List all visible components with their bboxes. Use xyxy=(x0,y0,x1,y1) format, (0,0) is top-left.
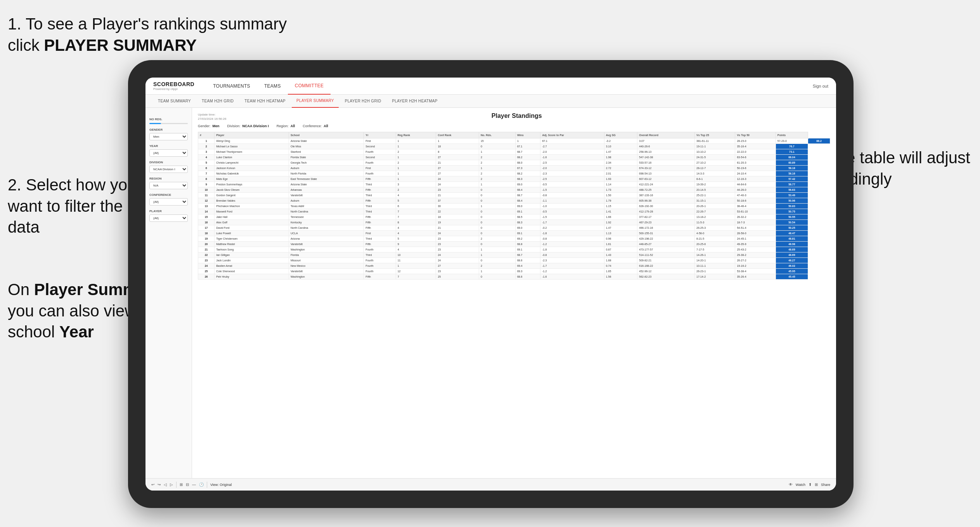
table-row: 10Jacob Skov OlesenArkansasFifth223068.4… xyxy=(198,187,830,193)
sub-nav-team-h2h-heatmap[interactable]: TEAM H2H HEATMAP xyxy=(240,95,290,108)
sub-nav-player-summary[interactable]: PLAYER SUMMARY xyxy=(292,95,339,108)
table-row: 14Maxwell FordNorth CarolinaThird722069.… xyxy=(198,209,830,214)
no-rds-label: No Rds. xyxy=(149,117,188,121)
rank-cell: 14 xyxy=(198,209,215,214)
undo-icon[interactable]: ↩ xyxy=(151,482,154,487)
nav-item-tournaments[interactable]: TOURNAMENTS xyxy=(206,78,257,95)
points-cell: 50.55 xyxy=(776,214,808,220)
rank-cell: 11 xyxy=(198,193,215,198)
forward-icon[interactable]: ▷ xyxy=(170,482,173,487)
division-select[interactable]: NCAA Division I xyxy=(149,166,188,173)
col-school: School xyxy=(289,132,364,138)
table-header-row: # Player School Yr Reg Rank Conf Rank No… xyxy=(198,132,830,138)
points-cell: 88.2 xyxy=(808,138,830,144)
points-cell: 48.27 xyxy=(776,258,808,263)
player-label: Player xyxy=(149,209,188,213)
points-cell: 50.54 xyxy=(776,220,808,225)
table-row: 18Luke PowellUCLAFirst424069.1-1.81.1350… xyxy=(198,231,830,236)
rank-cell: 9 xyxy=(198,182,215,187)
points-cell: 45.45 xyxy=(776,274,808,280)
copy-icon[interactable]: ⊞ xyxy=(180,482,183,487)
nav-item-teams[interactable]: TEAMS xyxy=(257,78,288,95)
filter-division: Division: NCAA Division I xyxy=(227,124,269,128)
table-row: 21Taehoon SongWashingtonFourth423169.1-1… xyxy=(198,247,830,252)
table-area: Update time: 27/03/2024 16:56:26 Player … xyxy=(192,108,836,478)
division-label: Division xyxy=(149,161,188,164)
conference-label: Conference xyxy=(149,193,188,197)
sub-navbar: TEAM SUMMARY TEAM H2H GRID TEAM H2H HEAT… xyxy=(145,95,836,108)
table-row: 11Gordon SargentVanderbiltThird421068.7-… xyxy=(198,193,830,198)
back-icon[interactable]: ◁ xyxy=(164,482,167,487)
sub-nav-player-h2h-heatmap[interactable]: PLAYER H2H HEATMAP xyxy=(388,95,442,108)
rank-cell: 8 xyxy=(198,176,215,182)
sub-nav-team-summary[interactable]: TEAM SUMMARY xyxy=(153,95,196,108)
table-header-section: Update time: 27/03/2024 16:56:26 Player … xyxy=(198,112,830,121)
region-select[interactable]: N/A xyxy=(149,182,188,189)
sub-nav-player-h2h-grid[interactable]: PLAYER H2H GRID xyxy=(340,95,386,108)
table-row: 7Nicholas GabrelcikNorth FloridaFourth12… xyxy=(198,171,830,176)
gender-select[interactable]: Men xyxy=(149,133,188,140)
table-row: 12Brendan ValdesAuburnFifth537068.4-1.11… xyxy=(198,198,830,204)
rank-cell: 12 xyxy=(198,198,215,204)
nav-items: TOURNAMENTS TEAMS COMMITTEE xyxy=(206,78,813,95)
annotation-4-bold2: Year xyxy=(59,323,94,341)
rank-cell: 25 xyxy=(198,269,215,274)
navbar: SCOREBOARD Powered by clippi TOURNAMENTS… xyxy=(145,78,836,95)
rank-cell: 18 xyxy=(198,231,215,236)
update-time: Update time: 27/03/2024 16:56:26 xyxy=(198,112,226,121)
points-cell: 73.1 xyxy=(776,149,808,155)
col-avg-sg: Avg SG xyxy=(604,132,637,138)
no-rds-slider[interactable] xyxy=(149,123,188,124)
rank-cell: 17 xyxy=(198,225,215,231)
sub-nav-team-h2h-grid[interactable]: TEAM H2H GRID xyxy=(197,95,238,108)
player-select[interactable]: (All) xyxy=(149,214,188,222)
table-row: 9Preston SummerhaysArizona StateThird324… xyxy=(198,182,830,187)
points-cell: 48.47 xyxy=(776,231,808,236)
col-rank: # xyxy=(198,132,215,138)
rank-cell: 3 xyxy=(198,149,215,155)
toolbar-sep-1 xyxy=(176,482,177,488)
table-title: Player Standings xyxy=(492,112,542,119)
points-cell: 50.96 xyxy=(776,198,808,204)
rank-cell: 1 xyxy=(198,138,215,144)
tablet-device: SCOREBOARD Powered by clippi TOURNAMENTS… xyxy=(128,60,854,508)
rank-cell: 23 xyxy=(198,258,215,263)
grid-icon[interactable]: ⊞ xyxy=(815,482,818,487)
rank-cell: 22 xyxy=(198,252,215,258)
points-cell: 76.7 xyxy=(776,144,808,149)
table-row: 16Alex GoffKentuckyFifth819068.3-1.71.92… xyxy=(198,220,830,225)
view-original-label[interactable]: View: Original xyxy=(210,483,232,487)
share-label[interactable]: Share xyxy=(821,483,830,487)
table-row: 26Petr HrubyWashingtonFifth725068.6-1.61… xyxy=(198,274,830,280)
logo-sub: Powered by clippi xyxy=(153,87,194,91)
table-row: 17David FordNorth CarolinaFifth421069.0-… xyxy=(198,225,830,231)
nav-item-committee[interactable]: COMMITTEE xyxy=(288,78,331,95)
col-reg-rank: Reg Rank xyxy=(396,132,436,138)
rank-cell: 2 xyxy=(198,144,215,149)
dash-icon[interactable]: — xyxy=(192,482,196,487)
col-no-rds: No. Rds. xyxy=(479,132,515,138)
sign-out-link[interactable]: Sign out xyxy=(813,84,828,88)
points-cell: 53.49 xyxy=(776,193,808,198)
table-row: 13Phichakon MaichonTexas A&MThird630169.… xyxy=(198,204,830,209)
watch-label[interactable]: Watch xyxy=(796,483,805,487)
year-select[interactable]: (All) xyxy=(149,149,188,157)
annotation-1-bold: PLAYER SUMMARY xyxy=(44,36,197,54)
rank-cell: 13 xyxy=(198,204,215,209)
clock-icon[interactable]: 🕐 xyxy=(199,482,204,487)
conference-select[interactable]: (All) xyxy=(149,198,188,206)
col-conf-rank: Conf Rank xyxy=(436,132,479,138)
rank-cell: 26 xyxy=(198,274,215,280)
export-icon[interactable]: ⬆ xyxy=(809,482,812,487)
rank-cell: 10 xyxy=(198,187,215,193)
filter-gender: Gender: Men xyxy=(198,124,220,128)
table-row: 15Jake HallTennesseeFifth718068.5-1.51.6… xyxy=(198,214,830,220)
rank-cell: 15 xyxy=(198,214,215,220)
points-cell: 48.69 xyxy=(776,247,808,252)
paste-icon[interactable]: ⊟ xyxy=(186,482,189,487)
eye-icon[interactable]: 👁 xyxy=(789,482,793,487)
redo-icon[interactable]: ↪ xyxy=(158,482,161,487)
toolbar-sep-2 xyxy=(207,482,207,488)
table-row: 4Luke ClantonFlorida StateSecond127268.2… xyxy=(198,155,830,160)
gender-label: Gender xyxy=(149,128,188,131)
